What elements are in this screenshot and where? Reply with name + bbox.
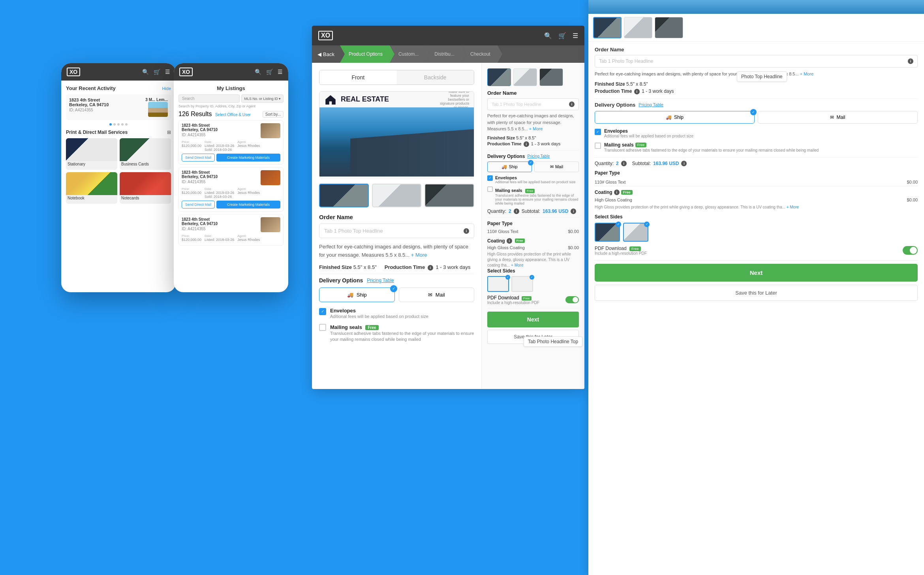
thumbnail-2[interactable] <box>372 184 422 207</box>
br-ship-option[interactable]: 🚚 Ship ✓ <box>487 162 532 172</box>
mls-dropdown[interactable]: MLS No. or Listing ID ▾ <box>241 94 284 103</box>
mail-option[interactable]: ✉ Mail <box>399 288 475 302</box>
edge-mailing-text: Mailing seals Free Translucent adhesive … <box>604 142 819 153</box>
edge-order-input[interactable]: Tab 1 Photo Top Headline i <box>595 55 918 68</box>
br-mail-label: Mail <box>555 164 563 169</box>
br-qty-info: i <box>514 209 519 214</box>
services-title: Print & Direct Mail Services <box>66 130 128 135</box>
pricing-table-link[interactable]: Pricing Table <box>367 278 394 283</box>
br-thumbnail-row <box>487 68 579 86</box>
service-notecards[interactable]: Notecards <box>120 172 171 204</box>
big-search-icon[interactable]: 🔍 <box>544 32 552 39</box>
br-side-check-1: ✓ <box>505 275 510 280</box>
sold-value-2: Sold: 2018-03-26 <box>205 195 234 199</box>
service-notebook[interactable]: Notebook <box>66 172 117 204</box>
create-marketing-btn-2[interactable]: Create Marketing Materials <box>216 201 280 209</box>
edge-mail-option[interactable]: ✉ Mail <box>758 111 918 124</box>
order-name-input[interactable]: Tab 1 Photo Top Headline i <box>319 224 474 238</box>
edge-mailing-sub: Translucent adhesive tabs fastened to th… <box>604 148 819 153</box>
big-cart-icon[interactable]: 🛒 <box>558 32 566 39</box>
edge-more-link[interactable]: + More <box>800 71 814 76</box>
mailing-seals-text: Mailing seals Free Translucent adhesive … <box>330 323 474 343</box>
service-stationary[interactable]: Stationary <box>66 138 117 170</box>
send-direct-mail-btn-2[interactable]: Send Direct Mail <box>182 201 215 209</box>
thumbnail-3[interactable] <box>424 184 474 207</box>
menu-icon[interactable]: ☰ <box>165 69 170 75</box>
edge-thumb-1[interactable] <box>593 17 622 38</box>
wizard-back-btn[interactable]: ◀ Back <box>312 45 340 63</box>
cart-icon[interactable]: 🛒 <box>154 69 160 75</box>
services-grid: Stationary Business Cards Notebook Notec… <box>66 138 171 204</box>
edge-env-checkbox[interactable]: ✓ <box>595 129 601 135</box>
edge-coating-opt: High Gloss Coating $0.00 <box>595 197 918 202</box>
edge-ship-option[interactable]: 🚚 Ship ✓ <box>595 111 755 124</box>
edge-divider-2 <box>595 157 918 158</box>
wizard-step-product-options[interactable]: Product Options <box>340 45 390 63</box>
date-label-2: Date: <box>205 187 212 191</box>
search-icon[interactable]: 🔍 <box>142 69 149 75</box>
br-side-thumb-2[interactable]: ✓ <box>511 276 533 292</box>
mailing-seals-checkbox[interactable] <box>319 324 326 331</box>
br-coating-header: Coating i Free <box>487 238 579 244</box>
hide-link[interactable]: Hide <box>162 86 171 91</box>
edge-pricing-link[interactable]: Pricing Table <box>639 102 663 107</box>
select-office-link[interactable]: Select Office & User <box>215 113 251 117</box>
wizard-step-distribu[interactable]: Distribu... <box>426 45 462 63</box>
br-envelopes-checkbox[interactable]: ✓ <box>487 175 493 181</box>
listing-row-1-id: ID: A4214355 <box>182 133 218 137</box>
delivery-title: Delivery Options <box>319 277 363 284</box>
next-button[interactable]: Next <box>487 312 579 327</box>
wizard-step-checkout[interactable]: Checkout <box>462 45 498 63</box>
sort-button[interactable]: Sort by... <box>263 111 284 118</box>
br-coating-more[interactable]: + More <box>511 263 523 267</box>
wizard-step-custom[interactable]: Custom... <box>390 45 426 63</box>
edge-mailing-checkbox[interactable] <box>595 143 601 149</box>
envelopes-checkbox[interactable]: ✓ <box>319 308 326 315</box>
br-pdf-toggle[interactable] <box>565 296 579 303</box>
br-mailing-seals-checkbox[interactable] <box>487 186 493 192</box>
sold-date-1: 2018-03-26 <box>214 148 232 152</box>
edge-save-button[interactable]: Save this for Later <box>595 285 918 301</box>
edge-thumb-2[interactable] <box>624 17 652 38</box>
send-direct-mail-btn-1[interactable]: Send Direct Mail <box>182 154 215 162</box>
br-thumb-2[interactable] <box>513 68 537 86</box>
services-grid-icon[interactable]: ⊞ <box>167 130 171 135</box>
br-pricing-link[interactable]: Pricing Table <box>527 154 550 158</box>
edge-coating-more[interactable]: + More <box>787 205 799 209</box>
ship-option[interactable]: 🚚 Ship ✓ <box>319 288 395 302</box>
search-icon-2[interactable]: 🔍 <box>255 69 261 75</box>
results-count: 126 Results Select Office & User <box>178 111 251 118</box>
edge-pdf-toggle[interactable] <box>903 246 918 255</box>
big-menu-icon[interactable]: ☰ <box>573 32 578 39</box>
search-field[interactable]: Search <box>178 94 240 103</box>
cart-icon-2[interactable]: 🛒 <box>266 69 273 75</box>
tab-front[interactable]: Front <box>319 70 397 85</box>
product-preview: REAL ESTATE Make sure to feature your be… <box>319 91 474 178</box>
br-mail-option[interactable]: ✉ Mail <box>534 162 579 172</box>
price-label-2: Price: <box>182 187 190 191</box>
br-thumb-1[interactable] <box>487 68 511 86</box>
phone2-logo: XO <box>179 68 193 76</box>
br-more-link[interactable]: + More <box>529 126 543 131</box>
edge-next-button[interactable]: Next <box>595 264 918 282</box>
edge-thumb-3[interactable] <box>655 17 683 38</box>
phone1-logo: XO <box>67 68 80 76</box>
edge-pdf-text: PDF Download Free Include a high-resolut… <box>595 246 647 256</box>
dot-4 <box>121 123 124 126</box>
edge-ship-label: Ship <box>674 115 684 120</box>
service-business-cards[interactable]: Business Cards <box>120 138 171 170</box>
thumbnail-1[interactable] <box>319 184 369 207</box>
create-marketing-btn-1[interactable]: Create Marketing Materials <box>216 154 280 162</box>
edge-side-2[interactable]: ✓ <box>623 223 648 242</box>
br-order-name-input[interactable]: Tab 1 Photo Top Headline i <box>487 98 579 110</box>
tab-backside[interactable]: Backside <box>397 70 474 85</box>
results-number: 126 Results <box>178 111 212 117</box>
menu-icon-2[interactable]: ☰ <box>278 69 283 75</box>
br-side-thumb-1[interactable]: ✓ <box>487 276 509 292</box>
edge-side-1[interactable]: ✓ <box>595 223 620 242</box>
br-production-label: Production Time <box>487 141 522 146</box>
description-more-link[interactable]: + More <box>411 252 427 258</box>
building-overlay <box>350 129 474 177</box>
notebook-label: Notebook <box>66 195 117 201</box>
br-thumb-3[interactable] <box>539 68 563 86</box>
